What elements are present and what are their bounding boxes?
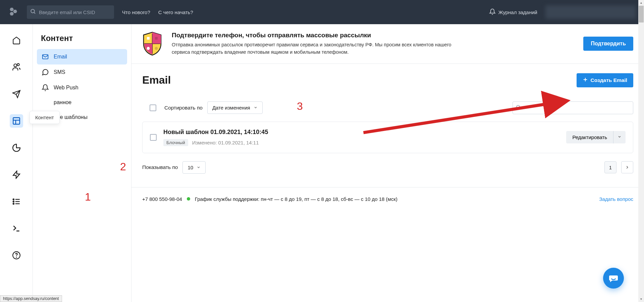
- sidebar-item-webpush[interactable]: Web Push: [37, 80, 127, 95]
- search-input[interactable]: [27, 5, 114, 19]
- status-dot-icon: [187, 197, 190, 201]
- plus-icon: [583, 77, 588, 84]
- select-all-checkbox[interactable]: [150, 104, 156, 111]
- ask-question-link[interactable]: Задать вопрос: [599, 196, 633, 202]
- svg-point-6: [17, 63, 19, 66]
- sidebar-item-sms[interactable]: SMS: [37, 64, 127, 80]
- per-page-label: Показывать по: [142, 164, 178, 170]
- svg-rect-23: [147, 37, 150, 40]
- global-search: [27, 5, 114, 19]
- template-modified: Изменено: 01.09.2021, 14:11: [192, 140, 259, 145]
- scroll-up-icon[interactable]: ▲: [638, 0, 644, 6]
- mail-icon: [42, 53, 49, 60]
- page-number[interactable]: 1: [604, 161, 616, 173]
- bell-icon: [489, 8, 496, 16]
- rail-home[interactable]: [10, 34, 23, 47]
- svg-point-15: [13, 203, 14, 204]
- sidebar-item-label: Web Push: [54, 85, 122, 91]
- row-checkbox[interactable]: [150, 134, 157, 141]
- rail-content[interactable]: [10, 114, 23, 128]
- template-row: Новый шаблон 01.09.2021, 14:10:45 Блочны…: [142, 122, 633, 153]
- sort-select[interactable]: Дате изменения: [207, 101, 263, 114]
- verify-banner: Подтвердите телефон, чтобы отправлять ма…: [131, 24, 644, 64]
- sort-value: Дате изменения: [212, 105, 250, 111]
- sidebar-item-label: Email: [54, 54, 122, 60]
- template-name[interactable]: Новый шаблон 01.09.2021, 14:10:45: [163, 129, 559, 136]
- bell-icon: [42, 84, 49, 91]
- rail-contacts[interactable]: [10, 60, 23, 74]
- search-icon: [30, 9, 36, 16]
- edit-dropdown-button[interactable]: [613, 131, 626, 143]
- per-page-value: 10: [187, 165, 193, 170]
- banner-text: Отправка анонимных рассылок противоречит…: [172, 41, 453, 56]
- verify-button[interactable]: Подтвердить: [583, 37, 633, 51]
- rail-analytics[interactable]: [10, 141, 23, 155]
- rail-tooltip: Контент: [30, 111, 60, 124]
- sidebar-item-label: ранное: [54, 99, 122, 105]
- nav-rail: Контент: [0, 24, 33, 302]
- page-next-button[interactable]: [621, 161, 633, 173]
- annotation-number-3: 3: [297, 100, 303, 113]
- svg-point-11: [13, 199, 14, 200]
- rail-help[interactable]: [10, 249, 23, 262]
- logo-icon[interactable]: [8, 7, 19, 17]
- create-email-label: Создать Email: [591, 77, 627, 83]
- template-search-input[interactable]: [513, 101, 633, 114]
- template-search: [513, 101, 633, 114]
- sidebar-item-email[interactable]: Email: [37, 49, 127, 64]
- footer-phone: +7 800 550-98-04: [142, 196, 182, 202]
- svg-point-24: [147, 47, 150, 50]
- main-area: Подтвердите телефон, чтобы отправлять ма…: [131, 24, 644, 302]
- rail-automations[interactable]: [10, 168, 23, 181]
- pagination-row: Показывать по 10 1: [142, 161, 633, 174]
- account-area[interactable]: [545, 5, 636, 19]
- sort-label: Сортировать по: [164, 105, 203, 111]
- scroll-down-icon[interactable]: ▼: [638, 296, 644, 302]
- sidebar-title: Контент: [37, 34, 127, 49]
- filter-row: Сортировать по Дате изменения: [142, 101, 633, 114]
- chevron-down-icon: [618, 135, 622, 139]
- page-title: Email: [142, 74, 171, 86]
- svg-point-5: [14, 64, 17, 67]
- search-icon: [516, 104, 521, 111]
- sidebar-item-favorites[interactable]: ранное: [37, 95, 127, 110]
- template-type-badge: Блочный: [163, 139, 188, 146]
- topbar: Что нового? С чего начать? Журнал задани…: [0, 0, 644, 24]
- whats-new-link[interactable]: Что нового?: [122, 9, 150, 15]
- journal-link[interactable]: Журнал заданий: [489, 8, 537, 16]
- content-sidebar: Контент Email SMS Web Push ранное Все ша…: [33, 24, 131, 302]
- edit-button[interactable]: Редактировать: [566, 131, 613, 143]
- svg-marker-1: [13, 10, 17, 13]
- create-email-button[interactable]: Создать Email: [577, 73, 633, 87]
- scrollbar[interactable]: ▲ ▼: [638, 0, 644, 302]
- svg-line-4: [34, 12, 35, 14]
- annotation-number-1: 1: [85, 191, 91, 203]
- svg-marker-0: [10, 8, 14, 11]
- annotation-number-2: 2: [120, 161, 126, 173]
- sidebar-item-label: SMS: [54, 69, 122, 75]
- svg-point-29: [517, 105, 520, 108]
- svg-point-13: [13, 201, 14, 202]
- svg-rect-25: [155, 37, 158, 40]
- journal-label: Журнал заданий: [498, 9, 537, 15]
- banner-title: Подтвердите телефон, чтобы отправлять ма…: [172, 32, 453, 39]
- per-page-select[interactable]: 10: [182, 161, 206, 174]
- svg-marker-2: [10, 12, 14, 15]
- svg-point-26: [155, 47, 158, 50]
- svg-line-30: [519, 108, 520, 109]
- svg-marker-10: [13, 171, 20, 178]
- svg-point-3: [31, 9, 35, 13]
- where-start-link[interactable]: С чего начать?: [158, 9, 193, 15]
- footer-hours: График службы поддержки: пн-чт — с 8 до …: [195, 196, 397, 202]
- chevron-down-icon: [254, 105, 258, 111]
- browser-status-bar: https://app.sendsay.ru/content: [0, 295, 62, 302]
- chevron-right-icon: [625, 165, 630, 170]
- shield-icon: [142, 32, 162, 56]
- rail-lists[interactable]: [10, 195, 23, 208]
- chat-bubble-button[interactable]: [603, 268, 624, 289]
- rail-campaigns[interactable]: [10, 87, 23, 101]
- chevron-down-icon: [197, 165, 201, 170]
- scroll-thumb[interactable]: [639, 6, 644, 23]
- chat-icon: [42, 69, 49, 76]
- rail-api[interactable]: [10, 222, 23, 235]
